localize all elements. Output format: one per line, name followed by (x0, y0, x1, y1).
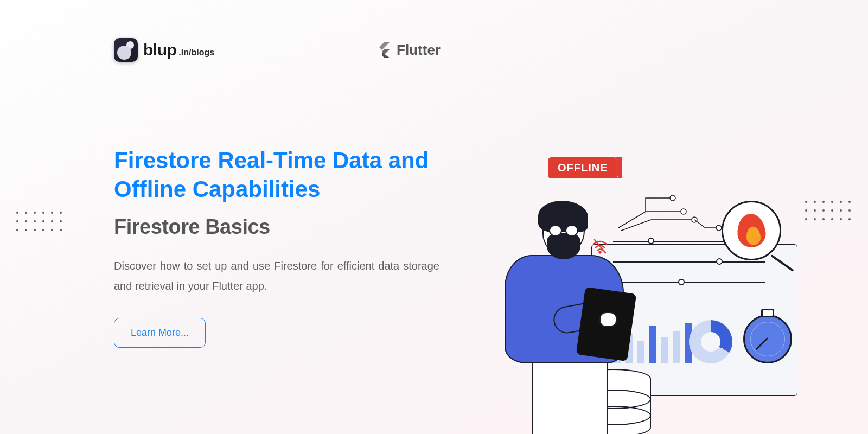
learn-more-button[interactable]: Learn More... (114, 318, 206, 348)
person-illustration (483, 206, 646, 423)
logo-suffix: .in/blogs (178, 48, 214, 58)
header: blup .in/blogs Flutter (0, 0, 868, 62)
flutter-tag: Flutter (377, 42, 441, 59)
logo-word: blup (143, 41, 176, 59)
firebase-flame-icon (736, 213, 767, 248)
decorative-dots-left (16, 212, 63, 232)
decorative-dots-right (805, 201, 852, 221)
site-logo[interactable]: blup .in/blogs (114, 38, 214, 62)
blup-logo-icon (114, 38, 138, 62)
hero-illustration: OFFLINE (483, 152, 797, 412)
svg-point-0 (681, 209, 686, 214)
magnifier-firebase-icon (722, 201, 781, 260)
hero-content: Firestore Real-Time Data and Offline Cap… (114, 146, 439, 348)
hero-description: Discover how to set up and use Firestore… (114, 256, 439, 296)
svg-point-3 (716, 225, 722, 231)
stopwatch-icon (743, 315, 792, 363)
flutter-icon (377, 42, 390, 58)
offline-badge: OFFLINE (548, 157, 618, 178)
svg-point-2 (670, 195, 675, 201)
hero-title: Firestore Real-Time Data and Offline Cap… (114, 146, 439, 203)
pie-chart-icon (689, 320, 732, 363)
flutter-label: Flutter (397, 42, 441, 59)
hero-subtitle: Firestore Basics (114, 215, 439, 239)
